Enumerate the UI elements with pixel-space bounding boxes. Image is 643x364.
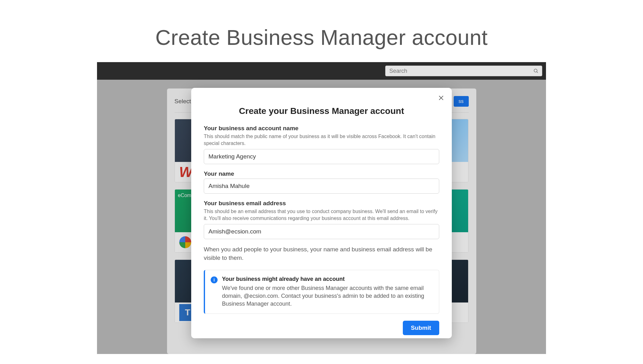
close-button[interactable] [436, 94, 446, 104]
callout-body: We've found one or more other Business M… [222, 284, 433, 308]
close-icon [438, 94, 445, 103]
app-body: Select ss W [97, 80, 546, 354]
existing-account-callout: i Your business might already have an ac… [204, 270, 439, 314]
app-frame: Select ss W [97, 62, 546, 354]
your-name-label: Your name [204, 170, 439, 177]
modal-scroll-region[interactable]: Create your Business Manager account You… [191, 88, 452, 316]
search-input[interactable] [389, 67, 533, 75]
search-icon [533, 68, 539, 74]
create-bm-modal: Create your Business Manager account You… [191, 88, 452, 338]
submit-button[interactable]: Submit [403, 321, 439, 335]
business-name-help: This should match the public name of you… [204, 133, 439, 147]
business-name-input[interactable] [204, 149, 439, 164]
visibility-note: When you add people to your business, yo… [204, 245, 439, 262]
business-name-label: Your business and account name [204, 125, 439, 132]
info-icon: i [211, 276, 218, 283]
svg-point-0 [534, 69, 537, 72]
business-email-help: This should be an email address that you… [204, 208, 439, 222]
search-field[interactable] [385, 66, 542, 76]
business-email-label: Your business email address [204, 200, 439, 207]
topbar [97, 62, 546, 80]
svg-line-1 [537, 72, 538, 73]
business-email-input[interactable] [204, 224, 439, 239]
your-name-input[interactable] [204, 179, 439, 194]
callout-title: Your business might already have an acco… [222, 276, 433, 282]
page-heading: Create Business Manager account [0, 25, 643, 50]
modal-title: Create your Business Manager account [204, 88, 439, 125]
